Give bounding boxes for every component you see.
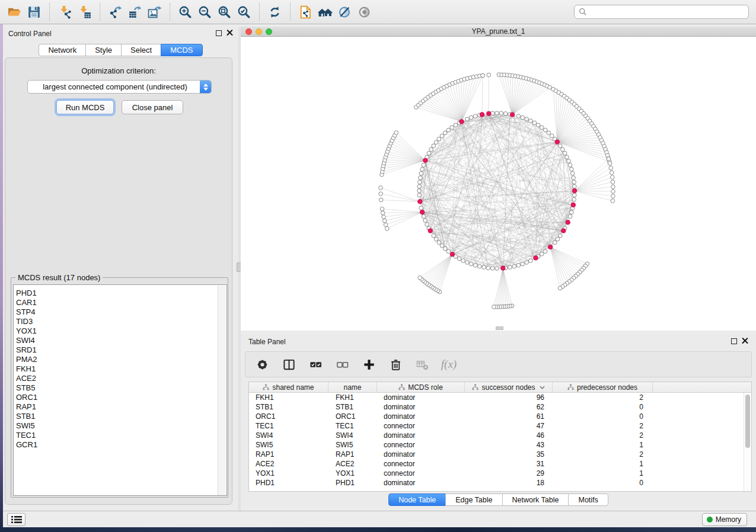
network-node[interactable]: [516, 264, 521, 268]
tab-network-table[interactable]: Network Table: [502, 493, 569, 506]
mcds-hub-node[interactable]: [562, 229, 566, 233]
network-node[interactable]: [432, 144, 436, 148]
network-node[interactable]: [384, 223, 388, 227]
network-node[interactable]: [572, 176, 576, 180]
network-node[interactable]: [611, 185, 615, 189]
mcds-result-item[interactable]: TID3: [16, 317, 227, 326]
network-node[interactable]: [382, 219, 387, 223]
window-zoom-traffic-light[interactable]: [266, 28, 272, 35]
table-row[interactable]: SWI4SWI4dominator462: [249, 431, 751, 440]
mcds-result-item[interactable]: GCR1: [16, 440, 227, 450]
mcds-hub-node[interactable]: [480, 113, 484, 117]
column-header-mcds-role[interactable]: MCDS role: [377, 382, 465, 392]
network-node[interactable]: [516, 114, 521, 118]
network-node[interactable]: [543, 128, 547, 132]
network-node[interactable]: [512, 264, 516, 268]
mcds-hub-node[interactable]: [572, 188, 577, 193]
tab-node-table[interactable]: Node Table: [388, 493, 446, 506]
column-header-shared-name[interactable]: shared name: [249, 382, 328, 392]
network-node[interactable]: [417, 193, 422, 197]
save-session-icon[interactable]: [24, 2, 44, 21]
network-node[interactable]: [521, 262, 525, 266]
select-all-columns-icon[interactable]: [307, 356, 324, 373]
network-node[interactable]: [611, 194, 615, 198]
mcds-list-scrollbar[interactable]: [218, 286, 226, 496]
mcds-result-item[interactable]: STB1: [16, 412, 227, 421]
mcds-result-item[interactable]: CAR1: [16, 298, 227, 307]
zoom-selected-icon[interactable]: [234, 2, 254, 21]
horizontal-splitter-handle[interactable]: [496, 326, 503, 330]
network-node[interactable]: [440, 134, 444, 138]
network-node[interactable]: [434, 140, 438, 145]
tab-style[interactable]: Style: [85, 44, 122, 56]
run-mcds-button[interactable]: Run MCDS: [56, 100, 114, 114]
network-node[interactable]: [478, 264, 482, 268]
network-node[interactable]: [437, 241, 441, 245]
table-row[interactable]: ACE2ACE2connector311: [249, 459, 751, 469]
mcds-hub-node[interactable]: [571, 203, 576, 207]
import-table-icon[interactable]: [75, 2, 94, 21]
mcds-hub-node[interactable]: [423, 158, 428, 163]
mcds-hub-node[interactable]: [487, 111, 492, 116]
network-node[interactable]: [611, 180, 615, 184]
refresh-view-icon[interactable]: [265, 2, 285, 21]
network-node[interactable]: [556, 237, 560, 241]
network-node[interactable]: [417, 189, 422, 193]
show-column-panel-icon[interactable]: [280, 356, 297, 373]
network-node[interactable]: [495, 267, 499, 271]
network-node[interactable]: [529, 119, 533, 123]
network-node[interactable]: [432, 234, 436, 238]
network-node[interactable]: [419, 176, 423, 180]
network-node[interactable]: [610, 175, 614, 180]
mcds-result-item[interactable]: SRD1: [16, 345, 227, 355]
network-node[interactable]: [380, 207, 384, 211]
float-table-panel-icon[interactable]: [731, 338, 737, 344]
mcds-result-item[interactable]: ORC1: [16, 393, 227, 402]
network-node[interactable]: [381, 211, 385, 215]
mcds-result-item[interactable]: STP4: [16, 307, 227, 317]
network-node[interactable]: [486, 266, 490, 270]
table-row[interactable]: FKH1FKH1dominator962: [249, 393, 751, 402]
column-header-predecessor-nodes[interactable]: predecessor nodes: [553, 382, 653, 392]
export-network-icon[interactable]: [106, 2, 125, 21]
network-graph[interactable]: [241, 37, 756, 331]
network-node[interactable]: [559, 234, 563, 238]
tab-edge-table[interactable]: Edge Table: [445, 493, 502, 506]
network-node[interactable]: [422, 163, 426, 167]
mcds-result-item[interactable]: STB5: [16, 383, 227, 393]
network-node[interactable]: [529, 259, 533, 263]
network-node[interactable]: [419, 206, 423, 210]
float-panel-icon[interactable]: [216, 30, 222, 36]
mcds-hub-node[interactable]: [418, 199, 423, 204]
network-node[interactable]: [610, 171, 614, 175]
column-header-successor-nodes[interactable]: successor nodes: [465, 382, 553, 392]
network-node[interactable]: [457, 257, 461, 261]
table-row[interactable]: PHD1PHD1dominator180: [249, 478, 751, 488]
mcds-result-item[interactable]: RAP1: [16, 402, 227, 412]
mcds-hub-node[interactable]: [501, 266, 506, 271]
network-node[interactable]: [543, 249, 547, 254]
close-panel-button[interactable]: Close panel: [122, 100, 183, 114]
mcds-hub-node[interactable]: [510, 113, 515, 117]
mcds-hub-node[interactable]: [420, 210, 425, 214]
deselect-all-columns-icon[interactable]: [334, 356, 350, 373]
network-node[interactable]: [473, 264, 477, 268]
delete-column-trash-icon[interactable]: [387, 356, 404, 373]
network-node[interactable]: [573, 193, 577, 197]
window-minimize-traffic-light[interactable]: [256, 28, 262, 35]
table-row[interactable]: RAP1RAP1dominator352: [249, 450, 751, 459]
network-node[interactable]: [550, 134, 554, 138]
network-node[interactable]: [450, 126, 454, 130]
memory-button[interactable]: Memory: [702, 513, 747, 526]
network-node[interactable]: [423, 219, 428, 223]
network-node[interactable]: [567, 159, 571, 164]
mcds-result-item[interactable]: SWI4: [16, 336, 227, 345]
network-node[interactable]: [379, 186, 383, 190]
network-node[interactable]: [382, 215, 386, 219]
table-row[interactable]: TEC1TEC1connector472: [249, 421, 751, 431]
network-node[interactable]: [573, 184, 577, 188]
network-node[interactable]: [568, 163, 572, 167]
network-node[interactable]: [427, 151, 431, 155]
mcds-hub-node[interactable]: [548, 245, 553, 249]
create-column-plus-icon[interactable]: [361, 356, 377, 373]
